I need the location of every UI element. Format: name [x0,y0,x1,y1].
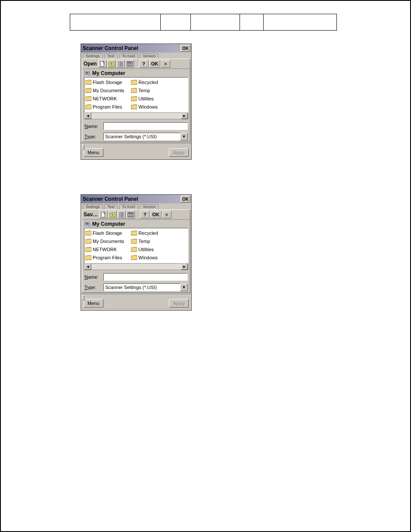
help-button[interactable]: ? [140,211,149,218]
svg-point-33 [89,222,91,224]
folder-item[interactable]: My Documents [85,237,126,245]
svg-rect-14 [86,72,88,74]
name-label: Name: [84,274,102,280]
location-label: My Computer [92,70,125,76]
save-dialog-block: Scanner Control Panel OK Settings Text T… [81,194,371,311]
type-row: Type: Scanner Settings (*.USI) ▼ [82,131,190,142]
folder-item[interactable]: Flash Storage [85,229,126,237]
ok-button[interactable]: OK [150,211,162,218]
filename-input[interactable] [103,273,188,281]
document-page: Scanner Control Panel OK Settings Text T… [0,0,411,532]
filetype-select[interactable]: Scanner Settings (*.USI) ▼ [103,283,188,291]
name-row: Name: [82,121,190,131]
apply-button: Apply [169,299,189,308]
close-button[interactable]: × [161,60,170,68]
folder-up-icon[interactable] [107,60,116,68]
folder-item[interactable]: NETWORK [85,95,126,103]
folder-icon [131,230,137,236]
file-list[interactable]: Flash Storage My Documents NETWORK Progr… [84,228,188,263]
tab-tokeel[interactable]: To Keel [119,53,138,59]
filename-input[interactable] [103,122,188,130]
file-dialog-toolbar: Sav… ? OK × [82,210,190,220]
scroll-right-button[interactable]: ► [181,264,188,270]
current-location[interactable]: My Computer [82,69,190,77]
window-title: Scanner Control Panel [83,196,138,202]
footer-bar: Menu Apply [81,297,191,310]
list-view-icon[interactable] [117,211,126,218]
details-view-icon[interactable] [126,211,135,218]
folder-item[interactable]: Recycled [131,229,159,237]
folder-icon [131,88,137,93]
type-label: Type: [84,134,102,139]
tabs-strip: Settings Text To Keel Version [81,53,191,59]
new-doc-icon[interactable] [99,211,108,218]
folder-item[interactable]: Windows [131,254,159,261]
folder-item[interactable]: NETWORK [85,246,126,253]
open-file-dialog: Open ? OK × [82,59,190,142]
folder-icon [85,96,91,101]
window-titlebar[interactable]: Scanner Control Panel OK [81,44,191,53]
folder-item[interactable]: Program Files [85,254,126,261]
tab-text[interactable]: Text [104,53,118,59]
type-row: Type: Scanner Settings (*.USI) ▼ [82,282,190,292]
folder-icon [85,247,91,252]
computer-icon [84,70,90,76]
location-label: My Computer [92,221,125,227]
horizontal-scrollbar[interactable]: ◄ ► [84,112,188,119]
folder-icon [85,230,91,236]
folder-item[interactable]: Utilities [131,246,159,253]
tab-text[interactable]: Text [104,204,118,209]
tab-tokeel[interactable]: To Keel [119,204,138,209]
horizontal-scrollbar[interactable]: ◄ ► [84,263,188,270]
tab-version[interactable]: Version [140,204,159,209]
svg-rect-32 [88,224,90,226]
list-view-icon[interactable] [116,60,125,68]
divider [81,294,191,297]
tab-settings[interactable]: Settings [83,53,103,59]
folder-up-icon[interactable] [108,211,117,218]
open-dialog-block: Scanner Control Panel OK Settings Text T… [81,44,371,160]
tabs-strip: Settings Text To Keel Version [81,203,191,209]
scanner-control-panel-window: Scanner Control Panel OK Settings Text T… [81,194,192,311]
scroll-left-button[interactable]: ◄ [84,113,91,119]
titlebar-ok-button[interactable]: OK [181,196,190,202]
dialog-mode-label: Sav… [84,212,99,218]
tab-settings[interactable]: Settings [83,204,103,209]
apply-button: Apply [169,148,189,157]
titlebar-ok-button[interactable]: OK [181,45,190,52]
folder-item[interactable]: Temp [131,237,159,245]
folder-icon [131,96,137,101]
header-cell [190,14,240,31]
ok-button[interactable]: OK [149,60,161,68]
filetype-select[interactable]: Scanner Settings (*.USI) ▼ [103,133,188,140]
chevron-down-icon[interactable]: ▼ [180,133,188,140]
folder-item[interactable]: Program Files [85,103,126,111]
new-doc-icon[interactable] [98,60,107,68]
file-list[interactable]: Flash Storage My Documents NETWORK Progr… [84,77,188,112]
svg-rect-31 [86,223,88,224]
menu-button[interactable]: Menu [84,148,103,157]
menu-button[interactable]: Menu [84,299,103,308]
save-file-dialog: Sav… ? OK × [82,209,190,293]
header-cell [240,14,264,31]
folder-item[interactable]: Utilities [131,95,159,103]
tab-version[interactable]: Version [140,53,159,59]
folder-item[interactable]: Flash Storage [85,78,126,86]
close-button[interactable]: × [162,211,171,218]
svg-point-16 [89,71,91,73]
folder-item[interactable]: Windows [131,103,159,111]
folder-icon [85,104,91,109]
scroll-left-button[interactable]: ◄ [84,264,91,270]
type-label: Type: [84,285,102,290]
window-titlebar[interactable]: Scanner Control Panel OK [81,195,191,203]
help-button[interactable]: ? [139,60,149,68]
details-view-icon[interactable] [125,60,134,68]
scroll-right-button[interactable]: ► [181,113,188,119]
folder-item[interactable]: My Documents [85,87,126,94]
folder-icon [131,239,137,244]
name-row: Name: [82,272,190,282]
current-location[interactable]: My Computer [82,220,190,228]
folder-item[interactable]: Recycled [131,78,159,86]
chevron-down-icon[interactable]: ▼ [180,283,188,291]
folder-item[interactable]: Temp [131,87,159,94]
